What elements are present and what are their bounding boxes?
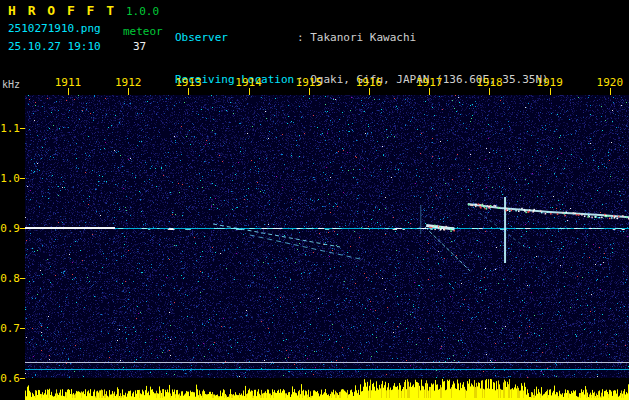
freq-tick-label: 0.8 [0, 272, 20, 285]
info-label: Observer [175, 31, 297, 45]
time-tick-mark [610, 88, 611, 95]
freq-tick-label: 1.1 [0, 122, 20, 135]
time-tick-mark [550, 88, 551, 95]
freq-tick-label: 0.9 [0, 222, 20, 235]
hrofft-window: H R O F F T 1.0.0 2510271910.png meteor … [0, 0, 629, 400]
freq-tick-label: 0.7 [0, 322, 20, 335]
freq-axis: 1.11.00.90.80.70.6 [0, 0, 26, 400]
echo-count: 37 [133, 40, 146, 53]
time-axis: 1911191219131914191519161917191819191920 [0, 76, 629, 96]
amplitude-canvas [25, 378, 629, 400]
freq-tick-label: 0.6 [0, 372, 20, 385]
spectrogram-canvas [25, 95, 629, 378]
info-row: Observer: Takanori Kawachi [175, 31, 549, 45]
time-tick-mark [369, 88, 370, 95]
info-value: : Takanori Kawachi [297, 31, 416, 44]
time-tick-mark [309, 88, 310, 95]
time-tick-mark [188, 88, 189, 95]
time-tick-mark [68, 88, 69, 95]
time-tick-mark [429, 88, 430, 95]
time-tick-mark [128, 88, 129, 95]
app-version: 1.0.0 [126, 5, 159, 18]
freq-tick-label: 1.0 [0, 172, 20, 185]
mode-label: meteor [123, 25, 163, 38]
time-tick-mark [489, 88, 490, 95]
time-tick-mark [249, 88, 250, 95]
